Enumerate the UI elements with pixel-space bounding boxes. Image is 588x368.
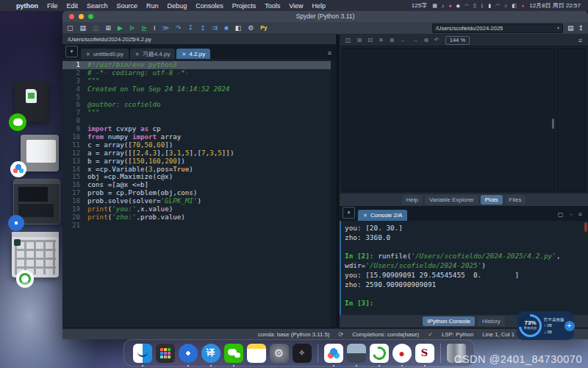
preferences-icon[interactable]: ⚙ <box>248 25 254 32</box>
plots-zoom-level[interactable]: 144 % <box>445 36 470 45</box>
remove-plot-icon[interactable]: ✕ <box>379 38 384 43</box>
run-file-icon[interactable]: ▶ <box>118 25 123 32</box>
wifi-icon[interactable]: ◠ <box>495 3 500 8</box>
new-file-icon[interactable]: ▢ <box>67 25 74 32</box>
menu-item-view[interactable]: View <box>289 2 303 10</box>
pane-tab-files[interactable]: Files <box>505 195 526 205</box>
step-into-icon[interactable]: ↧ <box>188 25 194 32</box>
search-icon[interactable]: ○ <box>504 3 507 8</box>
menu-item-debug[interactable]: Debug <box>168 2 187 10</box>
step-out-icon[interactable]: ↥ <box>200 25 206 32</box>
app-menu[interactable]: python <box>16 2 38 10</box>
continue-icon[interactable]: ⇉ <box>212 25 218 32</box>
new-console-icon[interactable]: ▢ <box>558 211 564 218</box>
stop-icon[interactable]: ■ <box>224 25 228 32</box>
plots-canvas[interactable] <box>342 48 555 191</box>
debug-file-icon[interactable]: ≫ <box>162 25 169 32</box>
console-browse-tabs-button[interactable]: ▾ <box>343 207 355 219</box>
widget-add-button[interactable]: + <box>564 321 575 331</box>
open-file-icon[interactable]: ▤ <box>80 25 87 32</box>
minimized-window-files[interactable] <box>12 232 59 277</box>
save-icon[interactable]: ◫ <box>93 25 99 32</box>
dock-icon-launchpad[interactable] <box>156 344 175 363</box>
zoom-out-icon[interactable]: ↶ <box>434 38 440 43</box>
parent-directory-icon[interactable]: ↥ <box>578 25 584 32</box>
interrupt-kernel-icon[interactable]: ◦ <box>570 211 572 218</box>
close-tab-icon[interactable]: ✕ <box>135 52 140 57</box>
save-plot-icon[interactable]: ◫ <box>345 38 351 43</box>
previous-plot-icon[interactable]: ← <box>400 38 406 43</box>
dock-icon-system-settings[interactable]: ⚙ <box>270 344 289 363</box>
browse-tabs-button[interactable]: ▾ <box>65 46 78 57</box>
editor-tab-4.2.py[interactable]: ✕4.2.py <box>176 49 210 60</box>
save-all-plots-icon[interactable]: ⊞ <box>357 38 362 43</box>
step-over-icon[interactable]: ↷ <box>176 25 182 32</box>
menu-item-help[interactable]: Help <box>312 2 326 10</box>
console-scrollbar[interactable] <box>584 222 587 232</box>
input-method-icon[interactable]: ▦ <box>432 3 437 8</box>
remove-all-plots-icon[interactable]: ⊗ <box>390 38 395 43</box>
footer-tab-ipython-console[interactable]: IPython Console <box>423 316 475 326</box>
dock-icon-green-ring-app[interactable] <box>370 344 389 363</box>
dock-icon-meeting-app[interactable] <box>324 344 343 363</box>
pane-tab-plots[interactable]: Plots <box>481 195 503 205</box>
close-tab-icon[interactable]: ✕ <box>182 52 186 57</box>
menu-item-run[interactable]: Run <box>146 2 159 10</box>
plots-thumbnail-list[interactable] <box>556 48 586 191</box>
menu-item-projects[interactable]: Projects <box>232 2 257 10</box>
menu-item-search[interactable]: Search <box>87 2 108 10</box>
close-console-icon[interactable]: ✕ <box>363 213 368 219</box>
display-icon[interactable]: ▯ <box>473 3 476 8</box>
dock-icon-translate-app[interactable]: 译 <box>201 344 220 363</box>
recording-dot-icon[interactable]: ● <box>521 3 524 8</box>
pythonpath-icon[interactable]: Py <box>260 25 267 31</box>
minimized-window-file[interactable] <box>15 81 49 122</box>
menu-item-consoles[interactable]: Consoles <box>196 2 223 10</box>
dock-icon-wechat[interactable] <box>224 344 243 363</box>
plots-options-icon[interactable]: ≡ <box>578 37 582 44</box>
dock-icon-spyder-app[interactable]: S <box>415 344 434 363</box>
control-center-icon[interactable]: ◧ <box>512 3 517 8</box>
dock-icon-screenshot-app[interactable] <box>347 344 366 363</box>
editor-scrollbar[interactable] <box>331 59 336 328</box>
footer-tab-history[interactable]: History <box>478 316 505 326</box>
menu-item-source[interactable]: Source <box>117 2 138 10</box>
zoom-in-icon[interactable]: ⊕ <box>423 38 429 43</box>
editor-tab-习题4.4.py[interactable]: ✕习题4.4.py <box>130 49 176 60</box>
menu-clock[interactable]: 12月8日 周日 22:57 <box>529 1 581 10</box>
working-directory-combobox[interactable]: /Users/scofieldo/2024-2025▾ <box>432 24 563 33</box>
pane-tab-help[interactable]: Help <box>402 195 423 205</box>
menu-item-file[interactable]: File <box>47 2 58 10</box>
menu-item-edit[interactable]: Edit <box>67 2 79 10</box>
microphone-icon[interactable]: ♪ <box>442 3 445 8</box>
code-editor[interactable]: 1#!/usr/bin/env python32# -*- codiarng: … <box>62 59 336 328</box>
editor-tab-untitled0.py[interactable]: ✕untitled0.py <box>81 49 129 60</box>
copy-plot-icon[interactable]: ⊡ <box>368 38 373 43</box>
pane-tab-variable-explorer[interactable]: Variable Explorer <box>425 195 478 205</box>
console-options-icon[interactable]: ≡ <box>578 211 582 218</box>
bluetooth-icon[interactable]: ᛒ <box>481 3 484 8</box>
minimized-window-ide[interactable] <box>13 179 60 224</box>
shapes-icon[interactable]: ◆ <box>456 3 460 8</box>
dock-icon-finder[interactable] <box>133 344 152 363</box>
floating-memory-widget[interactable]: 73% 剩余内存 打开桌面版 ↑ 0B ↓ 0B + <box>517 311 574 340</box>
plots-scrollbar[interactable] <box>552 118 554 129</box>
editor-options-icon[interactable]: ≡ <box>328 49 331 57</box>
run-selection-icon[interactable]: I <box>154 25 156 32</box>
dock-icon-red-apple-app[interactable]: ● <box>392 344 412 363</box>
menu-item-tools[interactable]: Tools <box>265 2 280 10</box>
minimized-window-dialog[interactable] <box>21 135 59 171</box>
run-cell-advance-icon[interactable]: ⊵ <box>142 25 148 32</box>
console-tab[interactable]: ✕ Console 2/A <box>358 210 407 221</box>
console-output[interactable]: you: [20. 30.]zho: 3360.0In [2]: runfile… <box>340 221 588 315</box>
run-cell-icon[interactable]: ⊳ <box>129 25 135 32</box>
next-plot-icon[interactable]: → <box>412 38 417 43</box>
browse-directory-icon[interactable]: ▤ <box>567 25 574 32</box>
input-indicator[interactable]: 125字 <box>412 1 427 10</box>
window-titlebar[interactable]: Spyder (Python 3.11) <box>62 10 588 22</box>
close-tab-icon[interactable]: ✕ <box>86 52 90 57</box>
maximize-pane-icon[interactable]: ◧ <box>235 25 242 32</box>
dock-icon-keychain[interactable]: ✧ <box>293 344 312 363</box>
save-all-icon[interactable]: ⊞ <box>106 25 112 32</box>
screen-record-icon[interactable]: ● <box>448 3 451 8</box>
